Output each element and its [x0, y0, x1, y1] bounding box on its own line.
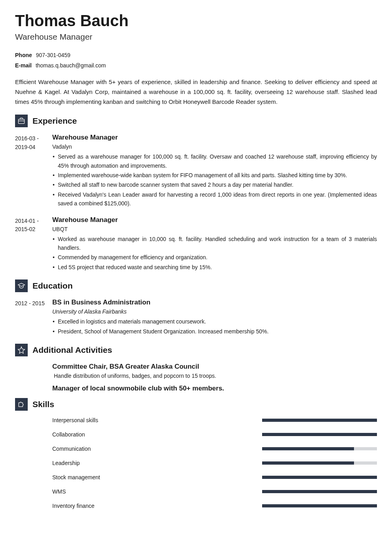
education-entry: 2012 - 2015 BS in Business Administratio…	[15, 299, 377, 337]
email-label: E-mail	[15, 62, 32, 69]
experience-title: Experience	[32, 116, 77, 126]
skill-row: Interpersonal skills	[52, 417, 377, 423]
entry-dates: 2014-01 - 2015-02	[15, 216, 52, 273]
skill-row: WMS	[52, 488, 377, 495]
graduation-cap-icon	[15, 279, 28, 292]
bullet-item: Commended by management for efficiency a…	[54, 253, 377, 262]
entry-bullets: Served as a warehouse manager for 100,00…	[52, 152, 377, 208]
skill-row: Communication	[52, 446, 377, 452]
bullet-item: Led 5S project that reduced waste and se…	[54, 263, 377, 272]
entry-school: University of Alaska Fairbanks	[52, 308, 377, 315]
bullet-item: Worked as warehouse manager in 10,000 sq…	[54, 235, 377, 253]
activities-block: Committee Chair, BSA Greater Alaska Coun…	[52, 363, 377, 392]
skill-row: Collaboration	[52, 431, 377, 438]
briefcase-icon	[15, 115, 28, 127]
entry-company: Vadalyn	[52, 144, 377, 150]
skills-section-header: Skills	[15, 398, 377, 411]
bullet-item: Served as a warehouse manager for 100,00…	[54, 152, 377, 170]
skill-name: Collaboration	[52, 431, 262, 438]
skill-bar	[262, 447, 377, 450]
entry-degree: BS in Business Administration	[52, 299, 377, 306]
skill-bar	[262, 419, 377, 422]
activity-title: Committee Chair, BSA Greater Alaska Coun…	[52, 363, 377, 371]
bullet-item: President, School of Management Student …	[54, 327, 377, 336]
skill-fill	[262, 490, 377, 493]
skill-row: Stock management	[52, 474, 377, 480]
skill-name: Communication	[52, 446, 262, 452]
skill-fill	[262, 447, 354, 450]
skill-bar	[262, 490, 377, 493]
experience-section-header: Experience	[15, 115, 377, 127]
activity-desc: Handle distribution of uniforms, badges,…	[52, 373, 377, 379]
skills-title: Skills	[32, 400, 54, 409]
education-title: Education	[32, 281, 73, 291]
entry-company: UBQT	[52, 226, 377, 232]
skill-name: Inventory finance	[52, 503, 262, 509]
star-icon	[15, 344, 28, 356]
activities-section-header: Additional Activities	[15, 344, 377, 356]
skill-name: WMS	[52, 488, 262, 495]
svg-rect-0	[19, 119, 25, 124]
bullet-item: Switched all staff to new barcode scanne…	[54, 180, 377, 189]
contact-email-row: E-mail thomas.q.bauch@gmail.com	[15, 62, 377, 69]
entry-bullets: Worked as warehouse manager in 10,000 sq…	[52, 235, 377, 272]
email-value: thomas.q.bauch@gmail.com	[36, 62, 106, 69]
skill-name: Stock management	[52, 474, 262, 480]
experience-entry: 2014-01 - 2015-02 Warehouse Manager UBQT…	[15, 216, 377, 273]
entry-dates: 2016-03 - 2019-04	[15, 134, 52, 209]
skills-block: Interpersonal skills Collaboration Commu…	[52, 417, 377, 509]
skill-name: Interpersonal skills	[52, 417, 262, 423]
skill-bar	[262, 504, 377, 507]
activity-title: Manager of local snowmobile club with 50…	[52, 385, 377, 392]
entry-role: Warehouse Manager	[52, 216, 377, 224]
skill-fill	[262, 461, 354, 465]
entry-role: Warehouse Manager	[52, 134, 377, 142]
entry-bullets: Excelled in logistics and materials mana…	[52, 317, 377, 336]
education-section-header: Education	[15, 279, 377, 292]
bullet-item: Implemented warehouse-wide kanban system…	[54, 171, 377, 180]
skill-row: Leadership	[52, 460, 377, 466]
skill-fill	[262, 419, 377, 422]
experience-entry: 2016-03 - 2019-04 Warehouse Manager Vada…	[15, 134, 377, 209]
entry-dates: 2012 - 2015	[15, 299, 52, 337]
skill-bar	[262, 476, 377, 479]
job-title: Warehouse Manager	[15, 32, 377, 42]
contact-phone-row: Phone 907-301-0459	[15, 52, 377, 58]
puzzle-icon	[15, 398, 28, 411]
skill-fill	[262, 504, 377, 507]
phone-value: 907-301-0459	[36, 52, 70, 58]
summary-text: Efficient Warehouse Manager with 5+ year…	[15, 77, 377, 107]
person-name: Thomas Bauch	[15, 12, 377, 30]
skill-bar	[262, 433, 377, 436]
bullet-item: Received Vadalyn's Lean Leader award for…	[54, 190, 377, 208]
phone-label: Phone	[15, 52, 32, 58]
skill-row: Inventory finance	[52, 503, 377, 509]
skill-fill	[262, 476, 377, 479]
skill-bar	[262, 461, 377, 465]
activities-title: Additional Activities	[32, 345, 112, 355]
skill-name: Leadership	[52, 460, 262, 466]
skill-fill	[262, 433, 377, 436]
bullet-item: Excelled in logistics and materials mana…	[54, 317, 377, 326]
